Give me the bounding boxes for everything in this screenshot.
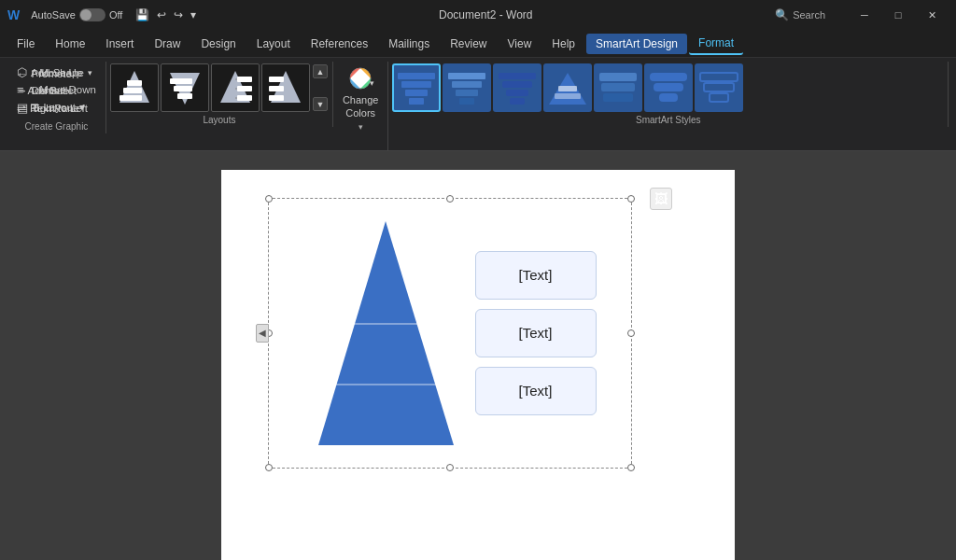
svg-rect-16: [269, 77, 284, 82]
move-down-button[interactable]: ↓ Move Down: [24, 82, 101, 97]
search-label: Search: [793, 9, 825, 21]
menu-design[interactable]: Design: [191, 34, 245, 54]
svg-rect-45: [710, 93, 728, 102]
svg-rect-26: [448, 73, 485, 79]
document-title: Document2 - Word: [204, 8, 767, 21]
smartart-style-1[interactable]: [392, 63, 441, 112]
autosave-label: AutoSave Off: [31, 8, 122, 21]
svg-rect-10: [237, 86, 252, 91]
pyramid-svg: [304, 212, 468, 455]
text-box-2[interactable]: [Text]: [475, 309, 597, 357]
title-bar: W AutoSave Off 💾 ↩ ↪ ▾ Document2 - Word …: [0, 0, 956, 30]
layouts-label: Layouts: [106, 115, 332, 125]
svg-rect-5: [177, 93, 192, 99]
svg-rect-32: [506, 90, 528, 96]
menu-view[interactable]: View: [499, 34, 541, 54]
svg-rect-39: [603, 93, 633, 102]
svg-rect-41: [654, 83, 683, 91]
window-controls: ─ □ ✕: [848, 0, 949, 30]
svg-rect-33: [510, 98, 525, 105]
menu-format[interactable]: Format: [689, 33, 743, 55]
svg-rect-31: [502, 81, 532, 88]
change-colors-label: ChangeColors: [343, 93, 379, 120]
layout-scroll: ▲ ▼: [312, 63, 329, 112]
svg-rect-1: [127, 80, 142, 86]
svg-marker-46: [318, 221, 454, 445]
svg-rect-17: [269, 86, 284, 91]
move-up-button[interactable]: ↑ Move Up: [24, 65, 101, 80]
smartart-style-5[interactable]: [594, 63, 642, 112]
svg-rect-37: [599, 73, 637, 81]
create-graphic-label: Create Graphic: [7, 121, 105, 132]
maximize-button[interactable]: □: [881, 0, 915, 30]
svg-rect-40: [650, 73, 687, 81]
menu-home[interactable]: Home: [46, 34, 94, 54]
smartart-style-4[interactable]: [543, 63, 592, 112]
menu-bar: File Home Insert Draw Design Layout Refe…: [0, 30, 956, 58]
menu-review[interactable]: Review: [441, 34, 496, 54]
svg-rect-25: [409, 98, 424, 105]
svg-rect-28: [456, 90, 478, 96]
smartart-styles-label: SmartArt Styles: [388, 115, 948, 125]
move-down-icon: ↓: [30, 84, 35, 95]
smartart-style-6[interactable]: [644, 63, 693, 112]
menu-insert[interactable]: Insert: [96, 34, 143, 54]
text-box-1[interactable]: [Text]: [475, 251, 597, 300]
smartart-style-2[interactable]: [443, 63, 491, 112]
change-colors-dropdown: ▾: [358, 122, 363, 132]
svg-rect-18: [269, 95, 284, 101]
layout-thumb-4[interactable]: [261, 63, 310, 112]
redo-icon[interactable]: ↪: [174, 8, 183, 21]
change-colors-button[interactable]: ▾ ChangeColors ▾: [333, 62, 388, 135]
menu-file[interactable]: File: [7, 34, 44, 54]
layouts-row: ▲ ▼: [110, 63, 329, 112]
svg-rect-11: [237, 95, 252, 101]
layout-button[interactable]: ⊞ Layout ▾: [24, 99, 101, 116]
text-box-3[interactable]: [Text]: [475, 367, 597, 415]
smartart-content: [Text] [Text] [Text]: [269, 199, 631, 468]
menu-smartart-design[interactable]: SmartArt Design: [586, 34, 687, 54]
save-icon[interactable]: 💾: [135, 8, 149, 21]
layout-icon: ⊞: [30, 101, 39, 114]
menu-references[interactable]: References: [302, 34, 377, 54]
svg-rect-27: [452, 81, 482, 88]
pyramid-layout: [Text] [Text] [Text]: [304, 212, 597, 455]
more-icon[interactable]: ▾: [190, 8, 196, 21]
svg-rect-42: [659, 93, 678, 102]
smartart-style-7[interactable]: [695, 63, 743, 112]
svg-rect-43: [700, 73, 738, 81]
text-boxes: [Text] [Text] [Text]: [475, 251, 597, 415]
svg-point-20: [356, 74, 365, 83]
layout-scroll-up[interactable]: ▲: [313, 64, 328, 78]
menu-mailings[interactable]: Mailings: [379, 34, 439, 54]
svg-rect-6: [174, 86, 192, 91]
layout-thumb-1[interactable]: [110, 63, 159, 112]
svg-text:▾: ▾: [370, 78, 374, 88]
smartart-selection[interactable]: ◀ 🖼: [268, 198, 632, 469]
svg-rect-22: [398, 73, 435, 79]
page: ◀ 🖼: [221, 170, 735, 560]
menu-help[interactable]: Help: [542, 34, 584, 54]
svg-rect-23: [401, 81, 431, 88]
autosave-toggle[interactable]: [79, 8, 105, 21]
layout-scroll-down[interactable]: ▼: [313, 97, 328, 111]
smartart-styles-group: SmartArt Styles: [388, 62, 949, 127]
svg-rect-9: [237, 77, 252, 82]
word-logo: W: [7, 7, 20, 22]
collapse-text-pane-button[interactable]: ◀: [256, 324, 269, 343]
menu-layout[interactable]: Layout: [247, 34, 300, 54]
close-button[interactable]: ✕: [915, 0, 949, 30]
svg-rect-35: [558, 86, 577, 91]
layout-thumb-2[interactable]: [161, 63, 209, 112]
menu-draw[interactable]: Draw: [145, 34, 190, 54]
search-icon: 🔍: [775, 8, 789, 21]
layout-thumb-3[interactable]: [211, 63, 260, 112]
smartart-style-3[interactable]: [493, 63, 541, 112]
ribbon: ⬡ Add Shape ▾ ≡ Add Bullet ▤ Text Pane ←…: [0, 58, 956, 151]
undo-icon[interactable]: ↩: [157, 8, 166, 21]
palette-icon: ▾: [345, 65, 375, 91]
minimize-button[interactable]: ─: [848, 0, 881, 30]
svg-rect-7: [170, 78, 192, 84]
image-icon-button[interactable]: 🖼: [650, 188, 672, 210]
create-graphic-group: ⬡ Add Shape ▾ ≡ Add Bullet ▤ Text Pane ←…: [7, 62, 106, 133]
